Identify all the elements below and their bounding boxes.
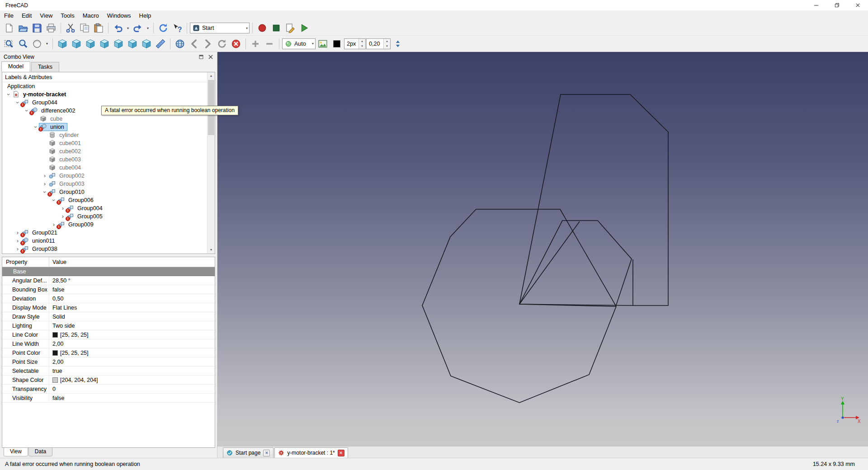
texture-button[interactable] [316, 38, 330, 50]
copy-button[interactable] [78, 22, 91, 34]
cut-button[interactable] [64, 22, 77, 34]
close-button[interactable] [847, 0, 868, 10]
nav-forward-button[interactable] [201, 38, 215, 50]
redo-button[interactable] [131, 22, 145, 34]
view-bottom-button[interactable] [126, 38, 139, 50]
menu-windows[interactable]: Windows [103, 11, 135, 20]
deviation-spinner[interactable]: 0,20▲▼ [366, 38, 391, 49]
property-value[interactable]: 0,50 [49, 294, 215, 303]
view-left-button[interactable] [140, 38, 153, 50]
property-value[interactable]: [204, 204, 204] [49, 376, 215, 384]
deviation-spinner-arrows[interactable]: ▲▼ [383, 39, 390, 49]
collapse-icon[interactable]: › [5, 91, 12, 98]
property-row[interactable]: LightingTwo side [2, 321, 215, 330]
property-value[interactable]: 2,00 [49, 339, 215, 348]
swap-arrows-button[interactable] [391, 38, 405, 50]
menu-file[interactable]: File [0, 11, 18, 20]
close-tab-icon[interactable] [338, 450, 344, 456]
menu-help[interactable]: Help [135, 11, 156, 20]
macro-play-button[interactable] [297, 22, 311, 34]
fit-selection-button[interactable] [16, 38, 30, 50]
menu-view[interactable]: View [36, 11, 57, 20]
tree-item-cube001[interactable]: cube001 [2, 139, 215, 147]
tree-item-cylinder[interactable]: cylinder [2, 131, 215, 139]
value-column-header[interactable]: Value [49, 257, 215, 267]
view-isometric-button[interactable] [56, 38, 69, 50]
view-top-button[interactable] [84, 38, 97, 50]
web-browser-button[interactable] [173, 38, 187, 50]
close-panel-button[interactable] [208, 54, 213, 60]
paste-button[interactable] [92, 22, 105, 34]
tree-scrollbar[interactable]: ▲ ▼ [207, 72, 215, 254]
menu-tools[interactable]: Tools [57, 11, 78, 20]
property-value[interactable]: [25, 25, 25] [49, 348, 215, 357]
tab-view[interactable]: View [4, 448, 28, 456]
undo-button-dropdown[interactable]: ▾ [125, 22, 131, 34]
property-group-base[interactable]: Base [2, 267, 215, 276]
web-stop-button[interactable] [229, 38, 243, 50]
property-row[interactable]: Line Width2,00 [2, 339, 215, 348]
property-row[interactable]: Point Color[25, 25, 25] [2, 348, 215, 357]
tree-column-header[interactable]: Labels & Attributes [2, 72, 215, 82]
view-front-button[interactable] [70, 38, 83, 50]
expand-icon[interactable]: › [41, 180, 48, 188]
property-value[interactable]: false [49, 394, 215, 402]
property-value[interactable]: Flat Lines [49, 303, 215, 312]
view-right-button[interactable] [98, 38, 111, 50]
line-width-spinner[interactable]: 2px▲▼ [344, 38, 366, 49]
float-panel-button[interactable] [198, 54, 204, 60]
close-tab-icon[interactable] [263, 450, 270, 456]
property-value[interactable]: 0 [49, 385, 215, 393]
property-column-header[interactable]: Property [2, 257, 49, 267]
expand-icon[interactable]: › [41, 172, 48, 179]
menu-edit[interactable]: Edit [18, 11, 36, 20]
document-tab[interactable]: y-motor-bracket : 1* [274, 447, 348, 458]
3d-viewport[interactable]: Y X z [217, 52, 868, 446]
tab-data[interactable]: Data [28, 448, 52, 456]
tree-item-union[interactable]: ›!union [2, 123, 215, 131]
tree-item-cube004[interactable]: cube004 [2, 164, 215, 172]
property-row[interactable]: Point Size2,00 [2, 357, 215, 367]
macro-edit-button[interactable] [283, 22, 297, 34]
draw-style-button[interactable] [30, 38, 44, 50]
tree-item-Group021[interactable]: ›!Group021 [2, 229, 215, 237]
tree-item-Group010[interactable]: ›!Group010 [2, 188, 215, 196]
new-document-button[interactable] [2, 22, 16, 34]
tree-item-Group006[interactable]: ›!Group006 [2, 196, 215, 204]
property-value[interactable]: Two side [49, 321, 215, 330]
tree-item-application[interactable]: Application [2, 82, 215, 90]
document-tab[interactable]: Start page [223, 447, 274, 458]
menu-macro[interactable]: Macro [79, 11, 103, 20]
refresh-button[interactable] [156, 22, 170, 34]
tree-item-cube003[interactable]: cube003 [2, 155, 215, 164]
property-row[interactable]: Bounding Boxfalse [2, 285, 215, 294]
macro-record-button[interactable] [255, 22, 269, 34]
property-row[interactable]: Deviation0,50 [2, 294, 215, 303]
property-row[interactable]: Draw StyleSolid [2, 312, 215, 321]
scroll-down-icon[interactable]: ▼ [208, 246, 215, 254]
view-rear-button[interactable] [112, 38, 125, 50]
workbench-selector[interactable]: Start▾ [190, 23, 250, 33]
property-value[interactable]: 2,00 [49, 357, 215, 366]
open-document-button[interactable] [16, 22, 30, 34]
whats-this-button[interactable]: ? [170, 22, 184, 34]
property-row[interactable]: Visibilityfalse [2, 394, 215, 403]
property-row[interactable]: Line Color[25, 25, 25] [2, 330, 215, 339]
zoom-in-button[interactable] [249, 38, 262, 50]
tree-item-Group004[interactable]: ›!Group004 [2, 204, 215, 212]
tree-item-Group003[interactable]: ›Group003 [2, 180, 215, 188]
print-button[interactable] [44, 22, 58, 34]
property-value[interactable]: false [49, 285, 215, 294]
save-document-button[interactable] [30, 22, 44, 34]
maximize-button[interactable] [826, 0, 847, 10]
zoom-out-button[interactable] [263, 38, 276, 50]
tree-item-cube[interactable]: cube [2, 115, 215, 123]
draw-style-button-dropdown[interactable]: ▾ [44, 38, 50, 50]
tab-model[interactable]: Model [1, 61, 30, 72]
tree-item-y-motor-bracket[interactable]: ›y-motor-bracket [2, 90, 215, 99]
scroll-up-icon[interactable]: ▲ [208, 72, 215, 80]
property-row[interactable]: Selectabletrue [2, 367, 215, 376]
web-refresh-button[interactable] [215, 38, 229, 50]
nav-back-button[interactable] [187, 38, 201, 50]
measure-button[interactable] [154, 38, 167, 50]
